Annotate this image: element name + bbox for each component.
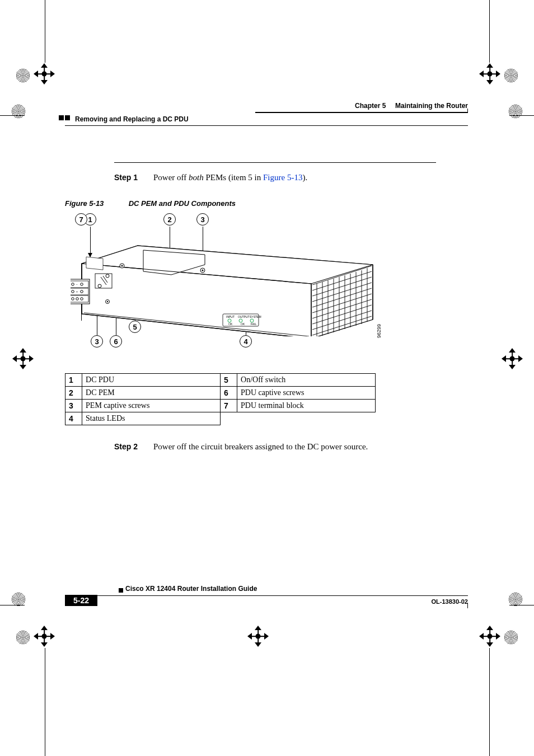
page-number: 5-22 bbox=[65, 595, 97, 606]
step-text: Power off the circuit breakers assigned … bbox=[153, 442, 368, 452]
svg-text:−: − bbox=[76, 283, 78, 286]
step-2: Step 2 Power off the circuit breakers as… bbox=[114, 442, 468, 452]
table-row: 3 PEM captive screws 7 PDU terminal bloc… bbox=[65, 400, 376, 412]
callout-4: 4 bbox=[240, 335, 252, 348]
table-row: 1 DC PDU 5 On/Off switch bbox=[65, 374, 376, 387]
chapter-label: Chapter 5 bbox=[355, 102, 386, 110]
callout-2: 2 bbox=[163, 213, 176, 226]
page-content: Chapter 5 Maintaining the Router Removin… bbox=[65, 102, 468, 608]
legend-num: 3 bbox=[65, 400, 82, 412]
svg-text:SYSTEM: SYSTEM bbox=[250, 315, 261, 318]
legend-num-empty bbox=[220, 412, 237, 425]
step-text: Power off both PEMs (item 5 in Figure 5-… bbox=[153, 173, 307, 182]
guide-title: Cisco XR 12404 Router Installation Guide bbox=[125, 585, 257, 593]
legend-num: 7 bbox=[220, 400, 237, 412]
svg-point-60 bbox=[202, 270, 204, 271]
svg-text:FAIL: FAIL bbox=[251, 322, 257, 326]
step-label: Step 2 bbox=[114, 442, 153, 451]
table-row: 4 Status LEDs bbox=[65, 412, 376, 425]
text: Power off bbox=[153, 173, 189, 182]
step-1: Step 1 Power off both PEMs (item 5 in Fi… bbox=[114, 162, 436, 182]
legend-desc: On/Off switch bbox=[237, 374, 376, 387]
device-svg: INPUT OUTPUT SYSTEM OK OK FAIL bbox=[71, 230, 384, 336]
legend-num: 6 bbox=[220, 387, 237, 400]
legend-desc: PEM captive screws bbox=[82, 400, 221, 412]
figure-illustration: 1 2 3 7 3 5 6 4 bbox=[71, 213, 384, 353]
svg-rect-39 bbox=[71, 281, 88, 288]
legend-desc: PDU captive screws bbox=[237, 387, 376, 400]
svg-text:OUTPUT: OUTPUT bbox=[238, 315, 250, 318]
callout-3: 3 bbox=[196, 213, 209, 226]
text: ). bbox=[302, 173, 307, 182]
legend-num: 2 bbox=[65, 387, 82, 400]
svg-point-62 bbox=[107, 301, 108, 302]
svg-rect-56 bbox=[86, 257, 103, 270]
em-text: both bbox=[189, 173, 204, 182]
figure-caption: Figure 5-13 DC PEM and PDU Components bbox=[65, 199, 468, 208]
callout-6: 6 bbox=[110, 335, 122, 348]
svg-text:+: + bbox=[76, 290, 78, 293]
callout-legend-table: 1 DC PDU 5 On/Off switch 2 DC PEM 6 PDU … bbox=[65, 373, 376, 425]
running-header: Chapter 5 Maintaining the Router Removin… bbox=[65, 102, 468, 135]
text: PEMs (item 5 in bbox=[204, 173, 263, 182]
legend-num: 1 bbox=[65, 374, 82, 387]
svg-point-58 bbox=[121, 265, 123, 267]
figure-graphic-id: 96299 bbox=[376, 324, 382, 338]
section-title: Removing and Replacing a DC PDU bbox=[75, 115, 189, 123]
figure-xref-link[interactable]: Figure 5-13 bbox=[263, 173, 302, 182]
step-label: Step 1 bbox=[114, 173, 153, 182]
svg-text:OK: OK bbox=[228, 322, 233, 326]
callout-7: 7 bbox=[75, 213, 87, 226]
legend-num: 4 bbox=[65, 412, 82, 425]
svg-rect-40 bbox=[71, 288, 88, 295]
legend-desc: DC PEM bbox=[82, 387, 221, 400]
chapter-title: Maintaining the Router bbox=[395, 102, 468, 110]
legend-desc: PDU terminal block bbox=[237, 400, 376, 412]
figure-number: Figure 5-13 bbox=[65, 199, 127, 208]
legend-desc: Status LEDs bbox=[82, 412, 221, 425]
document-id: OL-13830-02 bbox=[432, 598, 468, 605]
svg-text:INPUT: INPUT bbox=[226, 315, 235, 318]
table-row: 2 DC PEM 6 PDU captive screws bbox=[65, 387, 376, 400]
legend-desc: DC PDU bbox=[82, 374, 221, 387]
legend-desc-empty bbox=[237, 412, 376, 425]
svg-text:OK: OK bbox=[241, 322, 245, 326]
legend-num: 5 bbox=[220, 374, 237, 387]
callout-3b: 3 bbox=[91, 335, 103, 348]
figure-title: DC PEM and PDU Components bbox=[129, 199, 236, 208]
svg-rect-41 bbox=[71, 295, 88, 302]
